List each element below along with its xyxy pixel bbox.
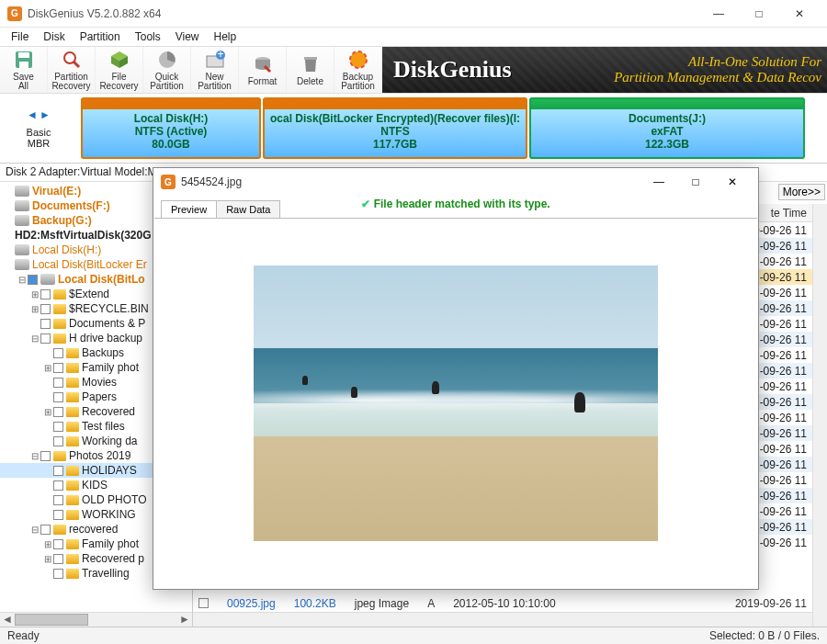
new-icon: + xyxy=(204,49,226,71)
menu-partition[interactable]: Partition xyxy=(73,28,128,45)
toolbar-format[interactable]: Format xyxy=(239,47,287,93)
tree-checkbox[interactable] xyxy=(40,525,51,535)
tree-label: Family phot xyxy=(82,361,139,374)
tree-checkbox[interactable] xyxy=(53,436,63,446)
toolbar-label: SaveAll xyxy=(13,73,34,91)
expand-icon[interactable]: ⊟ xyxy=(29,451,40,461)
tree-checkbox[interactable] xyxy=(53,539,63,549)
preview-minimize-button[interactable]: — xyxy=(640,169,677,195)
toolbar-save-all[interactable]: SaveAll xyxy=(0,47,48,93)
svg-rect-2 xyxy=(19,62,28,68)
folder-icon xyxy=(53,289,66,299)
next-disk-arrow-icon[interactable]: ► xyxy=(40,108,51,121)
expand-icon[interactable]: ⊞ xyxy=(29,304,40,314)
content-hscrollbar[interactable] xyxy=(193,612,812,627)
toolbar-file-recovery[interactable]: FileRecovery xyxy=(96,47,143,93)
expand-icon[interactable]: ⊞ xyxy=(42,407,53,417)
tree-checkbox[interactable] xyxy=(53,480,63,491)
tree-checkbox[interactable] xyxy=(53,363,63,373)
sidebar-hscrollbar[interactable]: ◄ ► xyxy=(0,612,192,627)
expand-icon[interactable]: ⊞ xyxy=(42,363,53,373)
maximize-button[interactable]: □ xyxy=(739,1,779,27)
tree-checkbox[interactable] xyxy=(53,392,63,402)
partition-ocaldiskbitlockerencryptedrecoverfilesi[interactable]: ocal Disk(BitLocker Encrypted)(Recover f… xyxy=(263,97,527,159)
tree-checkbox[interactable] xyxy=(40,451,51,461)
disk-icon xyxy=(15,259,29,270)
toolbar-quick-partition[interactable]: QuickPartition xyxy=(143,47,191,93)
brand-tagline: All-In-One Solution For Partition Manage… xyxy=(614,54,827,85)
disk-selector: ◄ ► Basic MBR xyxy=(0,94,77,163)
toolbar-backup-partition[interactable]: BackupPartition xyxy=(334,47,382,93)
backup-icon xyxy=(347,49,369,71)
scroll-left-icon[interactable]: ◄ xyxy=(0,613,15,627)
minimize-button[interactable]: — xyxy=(698,1,739,27)
file-size: 100.2KB xyxy=(294,597,336,610)
tree-checkbox[interactable] xyxy=(40,333,51,344)
tree-checkbox[interactable] xyxy=(40,304,51,314)
tree-checkbox[interactable] xyxy=(53,407,63,417)
status-left: Ready xyxy=(7,629,40,642)
toolbar-label: PartitionRecovery xyxy=(51,73,90,91)
folder-icon xyxy=(66,422,79,432)
toolbar-partition-recovery[interactable]: PartitionRecovery xyxy=(48,47,96,93)
expand-icon[interactable]: ⊟ xyxy=(29,525,40,535)
file-name: 00925.jpg xyxy=(227,597,276,610)
more-button[interactable]: More>> xyxy=(778,184,825,200)
expand-icon[interactable]: ⊟ xyxy=(17,275,28,285)
tree-label: Local Disk(BitLocker Er xyxy=(32,258,147,271)
tree-checkbox[interactable] xyxy=(53,422,63,432)
svg-rect-13 xyxy=(304,57,317,60)
preview-maximize-button[interactable]: □ xyxy=(677,169,714,195)
disk-icon xyxy=(15,215,29,226)
partition-localdiskh[interactable]: Local Disk(H:)NTFS (Active)80.0GB xyxy=(81,97,261,159)
brand-name: DiskGenius xyxy=(393,56,512,84)
trash-icon xyxy=(300,53,322,75)
menu-disk[interactable]: Disk xyxy=(36,28,72,45)
expand-icon[interactable]: ⊞ xyxy=(42,539,53,549)
menu-help[interactable]: Help xyxy=(207,28,244,45)
tree-checkbox[interactable] xyxy=(53,348,63,358)
tree-checkbox[interactable] xyxy=(28,275,38,285)
toolbar-new-partition[interactable]: +NewPartition xyxy=(191,47,239,93)
tree-checkbox[interactable] xyxy=(53,466,63,476)
tree-label: $Extend xyxy=(69,288,109,300)
tree-label: WORKING xyxy=(82,508,136,521)
menu-file[interactable]: File xyxy=(4,28,36,45)
tree-checkbox[interactable] xyxy=(53,378,63,388)
tree-checkbox[interactable] xyxy=(53,510,63,520)
tree-checkbox[interactable] xyxy=(40,319,51,329)
folder-icon xyxy=(53,304,66,314)
file-wtime: 2019-09-26 11 xyxy=(735,597,807,610)
tree-checkbox[interactable] xyxy=(53,495,63,505)
bottom-file-row[interactable]: 00925.jpg 100.2KB jpeg Image A 2012-05-1… xyxy=(198,595,807,611)
expand-icon[interactable]: ⊞ xyxy=(29,289,40,299)
toolbar-label: QuickPartition xyxy=(150,73,184,91)
toolbar-delete[interactable]: Delete xyxy=(287,47,334,93)
expand-icon[interactable]: ⊞ xyxy=(42,554,53,564)
tree-checkbox[interactable] xyxy=(53,554,63,564)
expand-icon[interactable]: ⊟ xyxy=(29,333,40,344)
menu-tools[interactable]: Tools xyxy=(128,28,168,45)
folder-icon xyxy=(66,363,79,373)
toolbar-label: NewPartition xyxy=(198,73,232,91)
partition-documentsj[interactable]: Documents(J:)exFAT122.3GB xyxy=(529,97,805,159)
preview-close-button[interactable]: ✕ xyxy=(714,169,751,195)
folder-icon xyxy=(66,569,79,579)
scrollbar-thumb[interactable] xyxy=(15,614,88,626)
tree-label: Virual(E:) xyxy=(32,185,81,198)
prev-disk-arrow-icon[interactable]: ◄ xyxy=(27,108,38,121)
tree-label: Papers xyxy=(82,390,117,403)
close-button[interactable]: ✕ xyxy=(779,1,820,27)
row-checkbox[interactable] xyxy=(198,598,209,608)
scroll-right-icon[interactable]: ► xyxy=(177,613,192,627)
menu-view[interactable]: View xyxy=(168,28,207,45)
tree-label: Backup(G:) xyxy=(32,214,92,227)
content-vscrollbar[interactable] xyxy=(812,204,827,627)
disk-type-label: Basic MBR xyxy=(27,127,51,149)
tree-checkbox[interactable] xyxy=(40,289,51,299)
tree-label: Documents & P xyxy=(69,317,145,330)
folder-icon xyxy=(66,436,79,446)
pie-icon xyxy=(156,49,178,71)
tree-checkbox[interactable] xyxy=(53,569,63,579)
toolbar-label: FileRecovery xyxy=(99,73,138,91)
